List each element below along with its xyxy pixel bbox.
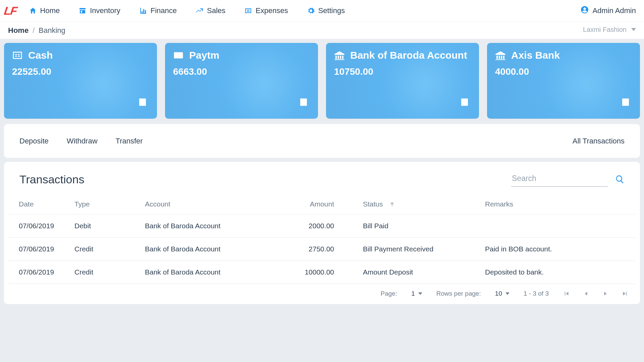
tabs-panel: Deposite Withdraw Transfer All Transacti…	[4, 124, 640, 158]
nav-expenses[interactable]: Expenses	[244, 6, 288, 15]
nav-label: Expenses	[256, 6, 288, 15]
col-type[interactable]: Type	[69, 194, 140, 215]
table-header-row: Date Type Account Amount Status Remarks	[9, 194, 635, 215]
bank-icon	[495, 51, 506, 60]
rpp-label: Rows per page:	[436, 290, 481, 297]
cell-status: Bill Payment Received	[358, 238, 462, 261]
topbar: LF Home Inventory Finance Sales	[0, 0, 644, 21]
prev-page-icon[interactable]	[582, 290, 590, 297]
page-range: 1 - 3 of 3	[524, 290, 549, 297]
nav-label: Sales	[207, 6, 225, 15]
app-logo: LF	[3, 4, 17, 17]
sort-asc-icon	[389, 201, 395, 208]
page-select[interactable]: 1	[411, 290, 422, 297]
table-row[interactable]: 07/06/2019 Credit Bank of Baroda Account…	[9, 261, 635, 284]
cell-date: 07/06/2019	[9, 215, 69, 238]
table-row[interactable]: 07/06/2019 Debit Bank of Baroda Account …	[9, 215, 635, 238]
account-amount: 22525.00	[12, 66, 149, 77]
search-icon[interactable]	[615, 175, 625, 184]
receipt-icon	[138, 97, 148, 109]
receipt-icon	[621, 97, 631, 109]
chevron-down-icon	[505, 290, 509, 297]
page-value: 1	[411, 290, 415, 297]
account-amount: 4000.00	[495, 66, 632, 77]
first-page-icon[interactable]	[563, 290, 570, 297]
transactions-table: Date Type Account Amount Status Remarks …	[9, 194, 635, 284]
nav-label: Finance	[151, 6, 177, 15]
user-circle-icon	[580, 5, 589, 16]
cell-remarks	[462, 215, 635, 238]
home-icon	[29, 7, 37, 15]
breadcrumb-sep: /	[33, 26, 35, 35]
nav-label: Home	[40, 6, 60, 15]
nav-inventory[interactable]: Inventory	[78, 6, 120, 15]
trend-up-icon	[196, 7, 204, 15]
receipt-icon	[299, 97, 309, 109]
wallet-icon	[173, 51, 184, 60]
account-card-cash[interactable]: Cash 22525.00	[4, 43, 157, 119]
nav-home[interactable]: Home	[29, 6, 60, 15]
chevron-down-icon	[631, 26, 636, 34]
cell-amount: 2750.00	[280, 238, 358, 261]
col-remarks[interactable]: Remarks	[462, 194, 635, 215]
bar-chart-icon	[139, 7, 147, 15]
page-label: Page:	[381, 290, 397, 297]
cell-type: Credit	[69, 261, 140, 284]
cell-type: Credit	[69, 238, 140, 261]
nav-finance[interactable]: Finance	[139, 6, 177, 15]
bank-icon	[334, 51, 345, 60]
receipt-icon	[460, 97, 470, 109]
cell-date: 07/06/2019	[9, 261, 69, 284]
account-amount: 6663.00	[173, 66, 310, 77]
account-card-paytm[interactable]: Paytm 6663.00	[165, 43, 318, 119]
rpp-value: 10	[495, 290, 502, 297]
transactions-panel: Transactions Date Type Account Amount St…	[4, 162, 640, 304]
cell-account: Bank of Baroda Account	[140, 261, 280, 284]
cell-amount: 10000.00	[280, 261, 358, 284]
cell-date: 07/06/2019	[9, 238, 69, 261]
tab-deposite[interactable]: Deposite	[19, 137, 49, 145]
tab-withdraw[interactable]: Withdraw	[67, 137, 98, 145]
cell-status: Bill Paid	[358, 215, 462, 238]
account-card-axis[interactable]: Axis Bank 4000.00	[487, 43, 640, 119]
cell-remarks: Deposited to bank.	[462, 261, 635, 284]
user-menu[interactable]: Admin Admin	[580, 5, 636, 16]
nav-menu: Home Inventory Finance Sales Expenses	[29, 6, 345, 15]
breadcrumb-current: Banking	[39, 26, 65, 35]
user-label: Admin Admin	[592, 6, 636, 15]
cell-account: Bank of Baroda Account	[140, 238, 280, 261]
cell-account: Bank of Baroda Account	[140, 215, 280, 238]
rpp-select[interactable]: 10	[495, 290, 509, 297]
gear-icon	[307, 7, 315, 15]
search-input[interactable]	[511, 172, 608, 187]
table-row[interactable]: 07/06/2019 Credit Bank of Baroda Account…	[9, 238, 635, 261]
org-select[interactable]: Laxmi Fashion	[583, 26, 636, 35]
nav-label: Settings	[318, 6, 345, 15]
currency-icon	[12, 51, 23, 60]
account-name: Axis Bank	[511, 50, 560, 61]
breadcrumb: Home / Banking	[8, 26, 65, 35]
last-page-icon[interactable]	[621, 290, 629, 297]
nav-settings[interactable]: Settings	[307, 6, 345, 15]
col-status[interactable]: Status	[358, 194, 462, 215]
breadcrumb-home[interactable]: Home	[8, 26, 29, 35]
col-status-label: Status	[363, 200, 383, 208]
chevron-down-icon	[418, 290, 422, 297]
account-name: Cash	[28, 50, 53, 61]
nav-label: Inventory	[90, 6, 120, 15]
account-cards: Cash 22525.00 Paytm 6663.00 Bank of Baro…	[0, 39, 644, 124]
account-name: Paytm	[189, 50, 219, 61]
tab-all-transactions[interactable]: All Transactions	[573, 137, 625, 145]
nav-sales[interactable]: Sales	[196, 6, 225, 15]
store-icon	[78, 7, 87, 15]
col-date[interactable]: Date	[9, 194, 69, 215]
paginator: Page: 1 Rows per page: 10 1 - 3 of 3	[4, 284, 640, 301]
col-amount[interactable]: Amount	[280, 194, 358, 215]
account-card-bob[interactable]: Bank of Baroda Account 10750.00	[326, 43, 479, 119]
cell-amount: 2000.00	[280, 215, 358, 238]
next-page-icon[interactable]	[602, 290, 609, 297]
account-name: Bank of Baroda Account	[350, 50, 467, 61]
col-account[interactable]: Account	[140, 194, 280, 215]
account-amount: 10750.00	[334, 66, 471, 77]
tab-transfer[interactable]: Transfer	[116, 137, 143, 145]
